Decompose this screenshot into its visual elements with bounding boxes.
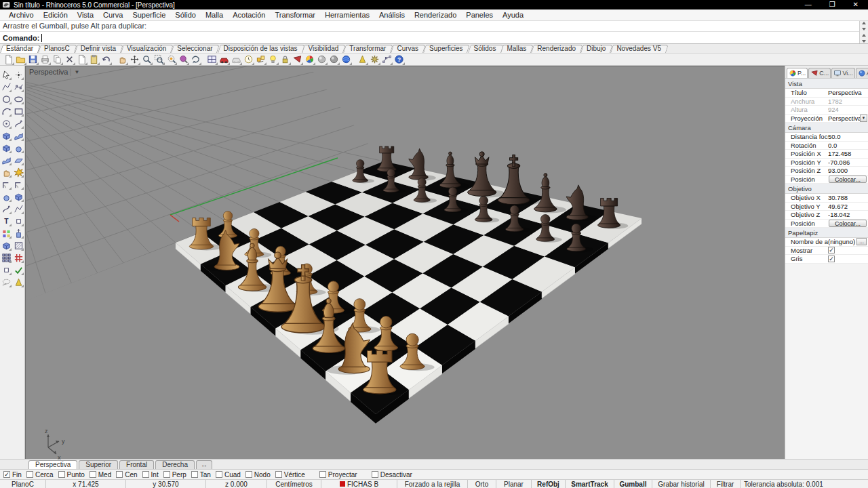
status-forzado-a-la-rejilla[interactable]: Forzado a la rejilla: [397, 480, 468, 488]
osnap-nodo[interactable]: Nodo: [245, 471, 271, 479]
menu-herramientas[interactable]: Herramientas: [320, 10, 374, 20]
panel-row-value[interactable]: -18.042: [828, 211, 868, 218]
toolbar-tab-transformar[interactable]: Transformar: [344, 45, 392, 53]
solid-box-icon[interactable]: [0, 239, 12, 251]
circle-icon[interactable]: [0, 93, 12, 105]
ghosted-view-icon[interactable]: [328, 54, 340, 65]
toolbar-tab-disposiciondelasvistas[interactable]: Disposición de las vistas: [219, 45, 304, 53]
panel-row-value[interactable]: (ninguno): [828, 238, 856, 245]
panel-row-value[interactable]: 1782: [828, 98, 868, 105]
select-arrow-icon[interactable]: [0, 68, 12, 81]
trim-icon[interactable]: [12, 251, 24, 264]
drag-icon[interactable]: [0, 166, 12, 178]
osnap-punto[interactable]: Punto: [58, 471, 85, 479]
chamfer-icon[interactable]: [12, 178, 24, 190]
circle-diameter-icon[interactable]: [0, 117, 12, 129]
menu-malla[interactable]: Malla: [201, 10, 228, 20]
delete-icon[interactable]: [64, 54, 75, 65]
checkbox-icon[interactable]: [319, 471, 326, 478]
control-points-icon[interactable]: [381, 54, 393, 65]
tab-help[interactable]: A...: [856, 68, 868, 78]
perspective-viewport[interactable]: Perspectiva ▼ zyx: [25, 66, 785, 459]
toolbar-tab-visibilidad[interactable]: Visibilidad: [303, 45, 344, 53]
menu-vista[interactable]: Vista: [73, 10, 98, 20]
tab-layers[interactable]: C...: [808, 68, 831, 78]
status-z-0-000[interactable]: z 0.000: [206, 480, 267, 488]
panel-row-value[interactable]: 93.000: [828, 167, 868, 174]
menu-acotacion[interactable]: Acotación: [228, 10, 270, 20]
zoom-window-icon[interactable]: [153, 54, 165, 65]
group-icon[interactable]: [0, 264, 12, 276]
viewport-title-label[interactable]: Perspectiva: [29, 68, 68, 76]
status-x-71-425[interactable]: x 71.425: [46, 480, 126, 488]
panel-checkbox[interactable]: ✓: [828, 247, 835, 253]
color-wheel-icon[interactable]: [304, 54, 315, 65]
toolbar-tab-planosc[interactable]: PlanosC: [39, 45, 76, 53]
save-icon[interactable]: [27, 54, 39, 65]
open-file-icon[interactable]: [15, 54, 26, 65]
viewport-canvas[interactable]: zyx: [26, 66, 785, 462]
menu-edicion[interactable]: Edición: [39, 10, 73, 20]
zoom-selected-icon[interactable]: [165, 54, 177, 65]
toolbar-tab-estandar[interactable]: Estándar: [1, 45, 39, 53]
toolbar-tab-novedadesv5[interactable]: Novedades V5: [612, 45, 667, 53]
toolbar-tab-curvas[interactable]: Curvas: [392, 45, 425, 53]
panel-row-value[interactable]: -70.086: [828, 159, 868, 166]
status-refobj[interactable]: RefObj: [532, 480, 566, 488]
status-grabar-historial[interactable]: Grabar historial: [652, 480, 711, 488]
point-edit-icon[interactable]: [12, 215, 24, 227]
osnap-vertice[interactable]: Vértice: [275, 471, 305, 479]
toolbar-tab-renderizado[interactable]: Renderizado: [532, 45, 582, 53]
menu-archivo[interactable]: Archivo: [4, 10, 39, 20]
osnap-perp[interactable]: Perp: [163, 471, 186, 479]
checkbox-icon[interactable]: [275, 471, 282, 478]
point-icon[interactable]: [12, 68, 24, 81]
dropdown-arrow-icon[interactable]: ▼: [860, 115, 867, 122]
curve-tools-icon[interactable]: [12, 117, 24, 129]
osnap-cuad[interactable]: Cuad: [216, 471, 241, 479]
chess-piece-dark-knight[interactable]: [566, 185, 597, 221]
tab-display[interactable]: Vi...: [831, 68, 854, 78]
status-filtrar[interactable]: Filtrar: [711, 480, 741, 488]
surface-pts-icon[interactable]: [0, 129, 12, 142]
command-prompt[interactable]: Comando:: [0, 32, 868, 43]
fillet-icon[interactable]: [0, 178, 12, 190]
restore-button[interactable]: ❐: [829, 1, 835, 8]
record-history-icon[interactable]: [243, 54, 254, 65]
menu-superficie[interactable]: Superficie: [127, 10, 170, 20]
osnap-int[interactable]: Int: [142, 471, 159, 479]
status-fichas-b[interactable]: FICHAS B: [321, 480, 397, 488]
panel-row-value[interactable]: Perspectiva: [828, 89, 868, 96]
scroll-up-icon[interactable]: [862, 22, 866, 24]
options-icon[interactable]: [369, 54, 380, 65]
render-icon[interactable]: [218, 54, 230, 65]
menu-paneles[interactable]: Paneles: [461, 10, 498, 20]
close-button[interactable]: ✕: [853, 1, 859, 8]
toolbar-tab-seleccionar[interactable]: Seleccionar: [172, 45, 218, 53]
zoom-extents-icon[interactable]: [178, 54, 189, 65]
copy-icon[interactable]: [52, 54, 63, 65]
osnap-med[interactable]: Med: [90, 471, 111, 479]
checkbox-icon[interactable]: [216, 471, 222, 478]
filter-cone-icon[interactable]: [12, 276, 24, 288]
menu-ayuda[interactable]: Ayuda: [498, 10, 528, 20]
colocar-button[interactable]: Colocar...: [829, 220, 867, 227]
help-icon[interactable]: ?: [393, 54, 405, 65]
status-centi-metros[interactable]: Centímetros: [267, 480, 321, 488]
viewport-title[interactable]: Perspectiva ▼: [29, 68, 79, 76]
rendered-view-icon[interactable]: [340, 54, 352, 65]
command-scrollbar[interactable]: [859, 21, 868, 43]
extend-icon[interactable]: [12, 203, 24, 215]
status-gumball[interactable]: Gumball: [614, 480, 652, 488]
checkbox-icon[interactable]: [90, 471, 96, 478]
shaded-view-icon[interactable]: [316, 54, 328, 65]
menu-transformar[interactable]: Transformar: [270, 10, 320, 20]
osnap-tan[interactable]: Tan: [191, 471, 211, 479]
checkbox-icon[interactable]: [191, 471, 198, 478]
checkbox-icon[interactable]: ✓: [3, 471, 10, 478]
checkbox-icon[interactable]: [372, 471, 378, 478]
viewport-layout-icon[interactable]: [206, 54, 218, 65]
rotate-view-icon[interactable]: [190, 54, 201, 65]
status-planoc[interactable]: PlanoC: [0, 480, 46, 488]
render-preview-icon[interactable]: [231, 54, 242, 65]
